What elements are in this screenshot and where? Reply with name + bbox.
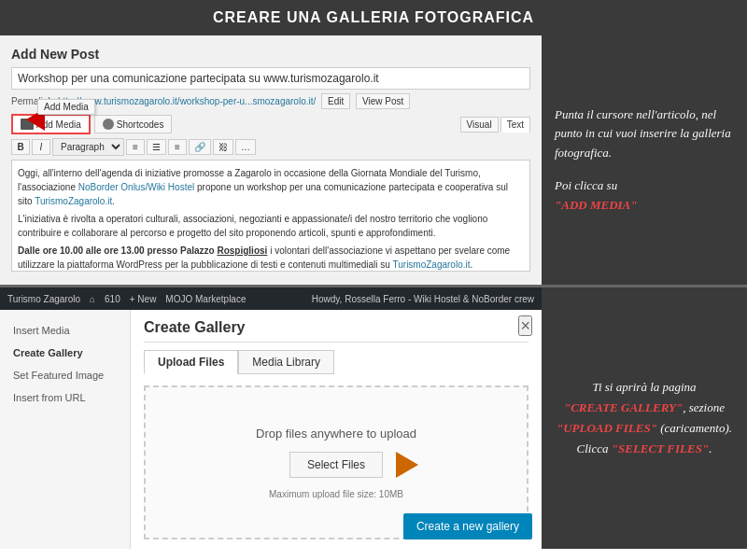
align-left-button[interactable]: ≡ xyxy=(126,139,145,155)
media-modal-title: Create Gallery xyxy=(144,319,246,336)
add-new-post-label: Add New Post xyxy=(11,47,530,62)
annotation-line1: Ti si aprirà la pagina xyxy=(592,380,696,394)
max-upload-text: Maximum upload file size: 10MB xyxy=(269,489,403,499)
editor-area: Add New Post Permalink: http://www.turis… xyxy=(0,35,542,285)
view-post-button[interactable]: View Post xyxy=(356,93,410,109)
drop-files-text: Drop files anywhere to upload xyxy=(256,427,416,441)
annotation-panel-bottom: Ti si aprirà la pagina "CREATE GALLERY",… xyxy=(542,287,747,549)
add-media-tooltip: Add Media xyxy=(37,99,95,115)
annotation-main-text: Punta il cursore nell'articolo, nel punt… xyxy=(555,105,734,163)
paragraph-select[interactable]: Paragraph xyxy=(52,138,124,156)
more-button[interactable]: … xyxy=(235,139,256,155)
sidebar-item-create-gallery[interactable]: Create Gallery xyxy=(0,342,130,364)
shortcodes-icon xyxy=(103,119,114,130)
sidebar-item-insert-media[interactable]: Insert Media xyxy=(0,319,130,342)
media-modal: Insert Media Create Gallery Set Featured… xyxy=(0,310,542,549)
link-button[interactable]: 🔗 xyxy=(189,139,211,155)
annotation-create-gallery: "CREATE GALLERY" xyxy=(564,400,683,414)
create-new-gallery-button[interactable]: Create a new gallery xyxy=(403,513,532,539)
annotation-cta-highlight: "ADD MEDIA" xyxy=(555,198,637,212)
adminbar-howdy: Howdy, Rossella Ferro - Wiki Hostel & No… xyxy=(312,294,534,304)
sidebar-item-featured-image[interactable]: Set Featured Image xyxy=(0,364,130,386)
adminbar-site[interactable]: Turismo Zagarolo xyxy=(7,294,80,304)
italic-button[interactable]: I xyxy=(32,139,50,155)
edit-permalink-button[interactable]: Edit xyxy=(321,93,350,109)
wp-admin-bottom: Turismo Zagarolo ⌂ 610 + New MOJO Market… xyxy=(0,287,542,549)
adminbar-comments[interactable]: 610 xyxy=(105,294,120,304)
sidebar-item-insert-url[interactable]: Insert from URL xyxy=(0,386,130,409)
annotation-clicca-prefix: Clicca xyxy=(577,441,612,455)
shortcodes-button[interactable]: Shortcodes xyxy=(94,115,173,133)
media-close-button[interactable]: × xyxy=(518,315,532,336)
select-files-arrow xyxy=(396,452,418,478)
tab-upload-files[interactable]: Upload Files xyxy=(144,350,238,374)
unlink-button[interactable]: ⛓ xyxy=(213,139,233,155)
annotation-bottom-content: Ti si aprirà la pagina "CREATE GALLERY",… xyxy=(555,377,734,459)
annotation-cta: Poi clicca su "ADD MEDIA" xyxy=(555,176,734,216)
media-tabs: Upload Files Media Library xyxy=(144,350,529,374)
bold-button[interactable]: B xyxy=(11,139,30,155)
visual-text-tabs: Visual Text xyxy=(460,117,530,133)
annotation-panel-top: Punta il cursore nell'articolo, nel punt… xyxy=(542,35,747,285)
tab-media-library[interactable]: Media Library xyxy=(238,350,334,374)
media-modal-content: Create Gallery × Upload Files Media Libr… xyxy=(131,310,542,549)
media-modal-sidebar: Insert Media Create Gallery Set Featured… xyxy=(0,310,131,549)
annotation-upload-files: "UPLOAD FILES" xyxy=(557,421,657,435)
content-paragraph-1: Oggi, all'interno dell'agenda di iniziat… xyxy=(18,166,524,208)
post-title-input[interactable] xyxy=(11,67,530,90)
adminbar-new[interactable]: + New xyxy=(130,294,157,304)
annotation-select-files: "SELECT FILES" xyxy=(612,441,709,455)
format-toolbar: B I Paragraph ≡ ☰ ≡ 🔗 ⛓ … xyxy=(11,138,530,156)
tab-text[interactable]: Text xyxy=(500,117,530,133)
annotation-sezione: , sezione xyxy=(683,400,725,414)
add-media-button[interactable]: Add Media xyxy=(11,114,91,134)
media-content-header: Create Gallery xyxy=(144,319,529,343)
page-title: CREARE UNA GALLERIA FOTOGRAFICA xyxy=(0,0,747,35)
tab-visual[interactable]: Visual xyxy=(460,117,499,133)
annotation-select-files-suffix: . xyxy=(709,441,712,455)
align-center-button[interactable]: ☰ xyxy=(147,139,166,155)
post-content-area[interactable]: Oggi, all'interno dell'agenda di iniziat… xyxy=(11,160,530,272)
annotation-caricamento: (caricamento). xyxy=(657,421,732,435)
content-paragraph-3: Dalle ore 10.00 alle ore 13.00 presso Pa… xyxy=(18,244,524,272)
shortcodes-label: Shortcodes xyxy=(117,119,164,130)
align-right-button[interactable]: ≡ xyxy=(168,139,187,155)
permalink-link[interactable]: http://www.turismozagarolo.it/workshop-p… xyxy=(58,96,316,106)
select-files-button[interactable]: Select Files xyxy=(289,452,383,478)
content-paragraph-2: L'iniziativa è rivolta a operatori cultu… xyxy=(18,212,524,240)
adminbar-mojo[interactable]: MOJO Marketplace xyxy=(165,294,246,304)
adminbar-dashboard[interactable]: ⌂ xyxy=(90,294,95,304)
wp-adminbar: Turismo Zagarolo ⌂ 610 + New MOJO Market… xyxy=(0,287,542,310)
